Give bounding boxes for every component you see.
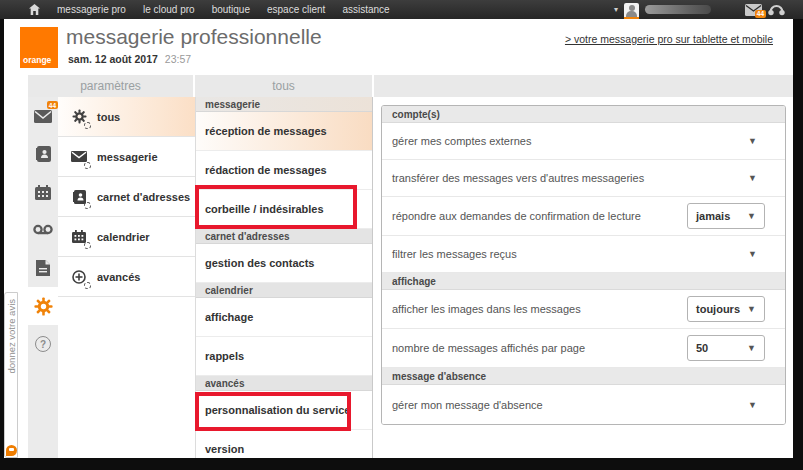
category-item-affichage[interactable]: affichage [196, 298, 372, 337]
settings-item-label: messagerie [97, 151, 158, 163]
category-item-gestion-contacts[interactable]: gestion des contacts [196, 244, 372, 283]
mobile-version-link[interactable]: > votre messagerie pro sur tablette et m… [565, 33, 773, 45]
settings-item-calendrier[interactable]: calendrier [58, 217, 195, 257]
section-header-avances: avancés [196, 376, 372, 391]
date-label: sam. 12 août 2017 [68, 53, 158, 65]
afficher-images-select[interactable]: toujours ▼ [687, 296, 765, 322]
settings-item-label: tous [97, 111, 120, 123]
settings-item-label: carnet d'adresses [97, 191, 190, 203]
panel-row-filtrer[interactable]: filtrer les messages reçus ▼ [382, 236, 785, 273]
chevron-down-icon: ▼ [747, 304, 756, 314]
address-book-small-icon [70, 189, 88, 205]
mail-count-badge: 44 [755, 10, 766, 18]
panel-group-header-comptes: compte(s) [382, 106, 785, 123]
app-icon-rail: 44 ? [28, 97, 58, 458]
nav-le-cloud-pro[interactable]: le cloud pro [143, 4, 195, 15]
chevron-down-icon: ▼ [747, 211, 756, 221]
category-item-reception[interactable]: réception de messages [196, 112, 372, 151]
settings-item-messagerie[interactable]: messagerie [58, 137, 195, 177]
category-nav: messagerie réception de messages rédacti… [195, 97, 373, 458]
rail-calendar-icon[interactable] [28, 173, 58, 211]
panel-group-header-absence: message d'absence [382, 368, 785, 385]
nav-messagerie-pro[interactable]: messagerie pro [57, 4, 126, 15]
app-window: messagerie pro le cloud pro boutique esp… [0, 0, 803, 470]
section-header-carnet: carnet d'adresses [196, 229, 372, 244]
category-item-redaction[interactable]: rédaction de messages [196, 151, 372, 190]
settings-panel: compte(s) gérer mes comptes externes ▼ t… [381, 105, 786, 425]
chevron-down-icon[interactable]: ▼ [748, 173, 757, 183]
user-menu-caret-icon[interactable]: ▾ [614, 5, 618, 14]
frame-right [793, 0, 803, 470]
top-navigation-bar: messagerie pro le cloud pro boutique esp… [0, 0, 803, 19]
select-value: jamais [696, 210, 730, 222]
calendar-small-icon [70, 229, 88, 245]
chevron-down-icon[interactable]: ▼ [748, 249, 757, 259]
user-avatar[interactable] [624, 3, 639, 19]
speech-bubble-icon [6, 445, 17, 456]
category-item-version[interactable]: version [196, 430, 372, 458]
frame-bottom [0, 458, 803, 470]
headset-icon[interactable] [768, 3, 785, 16]
home-icon[interactable] [29, 4, 40, 15]
page-title: messagerie professionnelle [66, 25, 322, 49]
select-value: 50 [696, 342, 708, 354]
settings-item-label: calendrier [97, 231, 150, 243]
settings-item-tous[interactable]: tous [58, 97, 195, 137]
user-name-redacted [645, 5, 711, 14]
row-label: nombre de messages affichés par page [392, 342, 585, 354]
panel-row-message-absence[interactable]: gérer mon message d'absence ▼ [382, 385, 785, 424]
time-label: 23:57 [165, 53, 191, 65]
row-label: transférer des messages vers d'autres me… [392, 172, 644, 184]
rail-help-icon[interactable]: ? [28, 325, 58, 363]
rail-contacts-icon[interactable] [28, 135, 58, 173]
panel-row-confirmation-lecture: répondre aux demandes de confirmation de… [382, 197, 785, 236]
nav-espace-client[interactable]: espace client [267, 4, 325, 15]
rail-voicemail-icon[interactable] [28, 211, 58, 249]
section-header-calendrier: calendrier [196, 283, 372, 298]
gear-small-icon [70, 109, 88, 125]
category-item-personnalisation[interactable]: personnalisation du service [196, 391, 372, 430]
row-label: gérer mon message d'absence [392, 399, 543, 411]
category-column-header: tous [195, 75, 372, 97]
settings-item-carnet[interactable]: carnet d'adresses [58, 177, 195, 217]
row-label: gérer mes comptes externes [392, 135, 531, 147]
settings-column-header: paramètres [28, 75, 193, 97]
nav-boutique[interactable]: boutique [212, 4, 250, 15]
category-item-rappels[interactable]: rappels [196, 337, 372, 376]
panel-row-afficher-images: afficher les images dans les messages to… [382, 290, 785, 329]
date-time: sam. 12 août 2017 23:57 [68, 53, 191, 65]
row-label: afficher les images dans les messages [392, 303, 581, 315]
row-label: filtrer les messages reçus [392, 248, 517, 260]
plus-circle-small-icon [70, 269, 88, 285]
orange-logo[interactable]: orange [20, 27, 58, 68]
panel-row-transferer[interactable]: transférer des messages vers d'autres me… [382, 160, 785, 197]
rail-notes-icon[interactable] [28, 249, 58, 287]
feedback-tab[interactable]: donnez votre avis [4, 292, 18, 458]
settings-item-label: avancés [97, 271, 140, 283]
rail-settings-icon[interactable] [28, 287, 58, 325]
nav-assistance[interactable]: assistance [342, 4, 389, 15]
detail-column-header [374, 75, 793, 97]
panel-row-comptes-externes[interactable]: gérer mes comptes externes ▼ [382, 123, 785, 160]
settings-nav: tous messagerie carnet d'adresses calend… [58, 97, 195, 458]
chevron-down-icon[interactable]: ▼ [748, 400, 757, 410]
rail-mail-badge: 44 [47, 101, 58, 109]
mail-notification-icon[interactable]: 44 [745, 4, 762, 16]
chevron-down-icon[interactable]: ▼ [748, 136, 757, 146]
feedback-label: donnez votre avis [6, 299, 17, 373]
rail-mail-icon[interactable]: 44 [28, 97, 58, 135]
category-item-corbeille[interactable]: corbeille / indésirables [196, 190, 372, 229]
section-header-messagerie: messagerie [196, 97, 372, 112]
chevron-down-icon: ▼ [747, 343, 756, 353]
panel-group-header-affichage: affichage [382, 273, 785, 290]
settings-item-avances[interactable]: avancés [58, 257, 195, 297]
confirmation-lecture-select[interactable]: jamais ▼ [687, 203, 765, 229]
row-label: répondre aux demandes de confirmation de… [392, 210, 641, 222]
messages-par-page-select[interactable]: 50 ▼ [687, 335, 765, 361]
select-value: toujours [696, 303, 740, 315]
panel-row-messages-par-page: nombre de messages affichés par page 50 … [382, 329, 785, 368]
envelope-small-icon [70, 149, 88, 165]
